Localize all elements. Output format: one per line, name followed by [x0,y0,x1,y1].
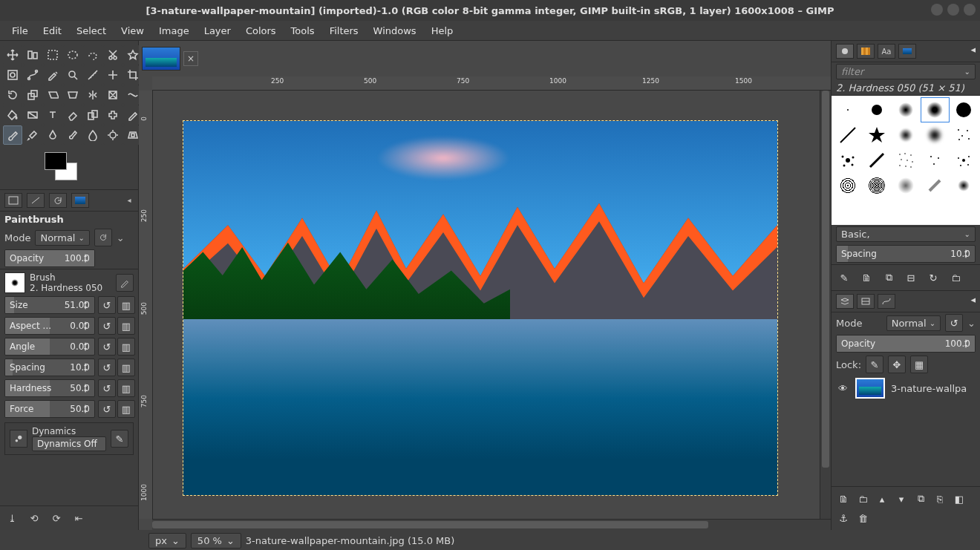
tool-move2[interactable] [103,65,122,85]
brush-refresh-icon[interactable]: ↻ [925,269,941,286]
tool-flip[interactable] [83,85,102,105]
layer-anchor-icon[interactable]: ⚓ [836,511,851,526]
menu-view[interactable]: View [114,22,151,39]
brush-new-icon[interactable]: 🗎 [858,269,875,286]
window-maximize-icon[interactable] [947,4,959,16]
brush-filter-input[interactable]: filter⌄ [836,64,976,79]
layer-duplicate-icon[interactable]: ⧉ [913,491,928,506]
angle-link-icon[interactable]: ▥ [117,338,135,356]
menu-edit[interactable]: Edit [36,22,69,39]
aspect-slider[interactable]: Aspect ...0.00▴▾ [4,317,95,335]
layer-visibility-icon[interactable]: 👁 [836,383,849,394]
layer-merge-icon[interactable]: ⎘ [932,491,947,506]
mode-chevron-icon[interactable]: ⌄ [117,232,125,243]
ruler-vertical[interactable]: 0 250 500 750 1000 [139,91,153,519]
brush-open-icon[interactable]: 🗀 [947,269,964,286]
menu-help[interactable]: Help [424,22,461,39]
tool-shear[interactable] [43,85,62,105]
tool-measure[interactable] [83,65,102,85]
brush-swatch[interactable] [891,97,920,122]
brush-swatch[interactable] [950,97,979,122]
reset-options-icon[interactable]: ⇤ [71,511,86,526]
force-reset-icon[interactable]: ↺ [98,400,116,418]
tool-perspective[interactable] [63,85,82,105]
brush-swatch[interactable] [950,173,979,198]
tool-free-select[interactable] [83,45,102,65]
layer-up-icon[interactable]: ▴ [875,491,889,506]
size-link-icon[interactable]: ▥ [117,296,135,314]
layer-name[interactable]: 3-nature-wallpa [891,383,967,394]
tab-doc-history[interactable] [898,44,916,59]
dynamics-select[interactable]: Dynamics Off [32,436,106,451]
tabs-menu-icon[interactable]: ◂ [125,193,134,206]
brush-swatch[interactable] [891,148,920,173]
tool-ink[interactable] [43,125,62,145]
brush-delete-icon[interactable]: ⊟ [903,269,919,286]
mode-reset-icon[interactable] [94,229,112,246]
menu-file[interactable]: File [4,22,36,39]
menu-filters[interactable]: Filters [322,22,366,39]
brush-edit-icon[interactable] [116,274,134,292]
lock-position-icon[interactable]: ✥ [888,356,906,373]
menu-colors[interactable]: Colors [238,22,284,39]
aspect-reset-icon[interactable]: ↺ [98,317,116,335]
menu-image[interactable]: Image [151,22,197,39]
tab-fonts[interactable]: Aa [878,44,895,59]
spacing-reset-icon[interactable]: ↺ [98,359,116,376]
tab-device-status[interactable] [27,193,45,208]
lock-pixels-icon[interactable]: ✎ [866,356,883,373]
brush-swatch[interactable] [833,122,862,148]
spacing-slider[interactable]: Spacing10.0▴▾ [4,359,95,376]
ruler-horizontal[interactable]: 250 500 750 1000 1250 1500 [152,76,831,91]
layer-down-icon[interactable]: ▾ [894,491,909,506]
brush-swatch[interactable] [833,148,862,173]
tool-scale[interactable] [23,85,42,105]
brush-edit-icon[interactable]: ✎ [836,269,852,286]
brush-swatch[interactable] [862,122,891,148]
fg-bg-colors[interactable] [45,152,138,188]
tool-bucket[interactable] [3,105,22,125]
tool-zoom[interactable] [63,65,82,85]
document-tab-close-icon[interactable]: × [183,51,198,66]
right-tabs-menu-icon[interactable]: ◂ [970,44,976,59]
tool-cage[interactable] [103,85,122,105]
brush-swatch[interactable] [862,97,891,122]
layer-mode-reset-icon[interactable]: ↺ [945,314,963,332]
brush-swatch[interactable] [891,122,920,148]
tool-foreground-select[interactable] [3,65,22,85]
tool-airbrush[interactable] [23,125,42,145]
menu-layer[interactable]: Layer [197,22,238,39]
window-close-icon[interactable] [964,4,976,16]
tool-text[interactable] [43,105,62,125]
tool-rect-select[interactable] [43,45,62,65]
force-link-icon[interactable]: ▥ [117,400,135,418]
tool-paintbrush[interactable] [3,125,22,145]
brush-swatch[interactable] [891,173,920,198]
brush-swatch[interactable] [921,173,950,198]
tool-paths[interactable] [23,65,42,85]
force-slider[interactable]: Force50.0▴▾ [4,400,95,418]
right-tabs-menu2-icon[interactable]: ◂ [970,294,976,309]
tab-brushes[interactable] [836,44,854,59]
tool-ellipse-select[interactable] [63,45,82,65]
menu-select[interactable]: Select [69,22,114,39]
zoom-select[interactable]: 50 %⌄ [191,533,241,549]
tab-patterns[interactable] [857,44,875,59]
brush-swatch[interactable] [862,173,891,198]
size-reset-icon[interactable]: ↺ [98,296,116,314]
layer-opacity-slider[interactable]: Opacity100.0▴▾ [836,335,976,353]
tab-images[interactable] [71,193,89,208]
unit-select[interactable]: px⌄ [148,533,186,549]
hardness-link-icon[interactable]: ▥ [117,379,135,397]
brush-swatch[interactable] [950,148,979,173]
hardness-reset-icon[interactable]: ↺ [98,379,116,397]
document-tab-thumb[interactable] [142,47,180,71]
lock-alpha-icon[interactable]: ▦ [910,356,928,373]
layer-item[interactable]: 👁 3-nature-wallpa [832,375,980,402]
menu-windows[interactable]: Windows [366,22,424,39]
tool-scissors[interactable] [103,45,122,65]
tab-tool-options[interactable] [4,193,22,208]
tool-color-picker[interactable] [43,65,62,85]
tab-layers[interactable] [836,294,854,309]
tool-blur[interactable] [83,125,102,145]
